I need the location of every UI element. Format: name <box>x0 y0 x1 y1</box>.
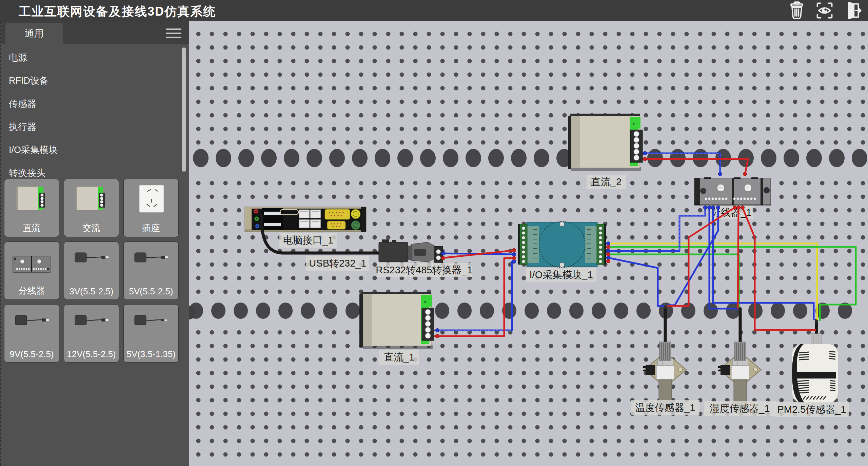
device-label: I/O采集模块_1 <box>526 268 596 282</box>
vga-port[interactable] <box>325 209 350 219</box>
svg-text:USB转232_1: USB转232_1 <box>309 258 366 269</box>
palette-item-adapter-9v[interactable]: 9V(5.5-2.5) <box>4 304 59 363</box>
dc-psu-thumbnail <box>13 184 51 216</box>
workspace-3d[interactable]: 分线器_1 <box>189 21 868 466</box>
power-adapter-thumbnail <box>73 309 110 336</box>
trash-icon[interactable] <box>787 1 806 20</box>
palette-item-label: 直流 <box>4 222 59 234</box>
svg-text:温度传感器_1: 温度传感器_1 <box>635 402 695 413</box>
palette-item-socket[interactable]: 插座 <box>123 179 179 237</box>
device-pm25-sensor[interactable] <box>792 334 838 403</box>
sidebar-tab-row: 通用 <box>1 21 190 44</box>
sidebar-item-actuator[interactable]: 执行器 <box>1 115 190 138</box>
ps2-port-yellow[interactable] <box>351 209 360 219</box>
power-adapter-thumbnail <box>133 309 170 336</box>
device-io-module[interactable] <box>518 221 606 268</box>
sidebar-item-rfid[interactable]: RFID设备 <box>1 69 190 92</box>
tab-general[interactable]: 通用 <box>5 23 63 44</box>
app-title: 工业互联网设备及接线3D仿真系统 <box>19 3 216 20</box>
device-usb-to-232[interactable] <box>379 239 443 263</box>
svg-text:电脑接口_1: 电脑接口_1 <box>283 235 333 246</box>
device-label: 温度传感器_1 <box>631 400 699 415</box>
sidebar: 通用 电源 RFID设备 传感器 执行器 I/O采集模块 转换接头 直流 <box>0 21 189 466</box>
splitter-thumbnail <box>12 247 52 280</box>
palette-item-label: 5V(5.5-2.5) <box>124 286 178 297</box>
ac-psu-thumbnail <box>73 184 110 216</box>
device-label: USB转232_1 <box>306 256 369 271</box>
device-label: 直流_2 <box>587 175 626 189</box>
ps2-port-green[interactable] <box>351 221 360 230</box>
serial-port[interactable] <box>327 221 346 229</box>
palette-item-dc[interactable]: 直流 <box>4 179 59 237</box>
device-label: PM2.5传感器_1 <box>774 402 849 417</box>
svg-text:I/O采集模块_1: I/O采集模块_1 <box>530 269 593 280</box>
palette-item-adapter-5v[interactable]: 5V(5.5-2.5) <box>123 241 179 300</box>
view-reset-icon[interactable] <box>815 1 834 20</box>
svg-text:湿度传感器_1: 湿度传感器_1 <box>710 403 770 414</box>
power-adapter-thumbnail <box>133 247 170 274</box>
svg-text:直流_2: 直流_2 <box>591 176 622 187</box>
palette-item-label: 12V(5.5-2.5) <box>64 349 119 360</box>
sidebar-item-io-module[interactable]: I/O采集模块 <box>1 138 190 161</box>
usb-port-block[interactable] <box>262 208 283 230</box>
svg-text:直流_1: 直流_1 <box>384 352 414 363</box>
device-label: 直流_1 <box>379 350 419 365</box>
sidebar-item-sensor[interactable]: 传感器 <box>1 92 190 115</box>
device-dc-2[interactable] <box>568 114 643 171</box>
palette-item-label: 分线器 <box>4 285 59 297</box>
palette-item-ac[interactable]: 交流 <box>64 179 119 237</box>
svg-text:PM2.5传感器_1: PM2.5传感器_1 <box>777 404 846 415</box>
category-menu: 电源 RFID设备 传感器 执行器 I/O采集模块 转换接头 <box>1 46 190 185</box>
palette-item-label: 3V(5.5-2.5) <box>64 286 119 297</box>
power-adapter-thumbnail <box>13 309 51 336</box>
device-palette: 直流 交流 插座 <box>4 179 186 363</box>
palette-item-label: 插座 <box>124 222 178 234</box>
palette-item-label: 5V(3.5-1.35) <box>124 349 178 360</box>
app-header: 工业互联网设备及接线3D仿真系统 <box>0 0 868 21</box>
device-splitter[interactable] <box>694 177 771 206</box>
palette-item-splitter[interactable]: 分线器 <box>4 241 59 300</box>
sidebar-scrollbar[interactable] <box>182 47 186 172</box>
palette-item-adapter-12v[interactable]: 12V(5.5-2.5) <box>64 304 119 363</box>
device-dc-1[interactable] <box>359 292 434 349</box>
exit-icon[interactable] <box>843 1 862 20</box>
socket-thumbnail <box>133 184 170 216</box>
device-label: 电脑接口_1 <box>279 233 337 248</box>
svg-text:RS232转485转换器_1: RS232转485转换器_1 <box>376 265 472 275</box>
palette-item-adapter-3v[interactable]: 3V(5.5-2.5) <box>64 241 119 300</box>
palette-item-label: 9V(5.5-2.5) <box>4 349 59 360</box>
device-label: RS232转485转换器_1 <box>376 263 472 277</box>
power-adapter-thumbnail <box>73 247 110 274</box>
sidebar-item-power[interactable]: 电源 <box>1 46 190 69</box>
device-label: 湿度传感器_1 <box>704 401 776 416</box>
palette-item-adapter-5v-small[interactable]: 5V(3.5-1.35) <box>123 304 179 363</box>
menu-icon[interactable] <box>166 28 181 41</box>
palette-item-label: 交流 <box>64 222 119 234</box>
